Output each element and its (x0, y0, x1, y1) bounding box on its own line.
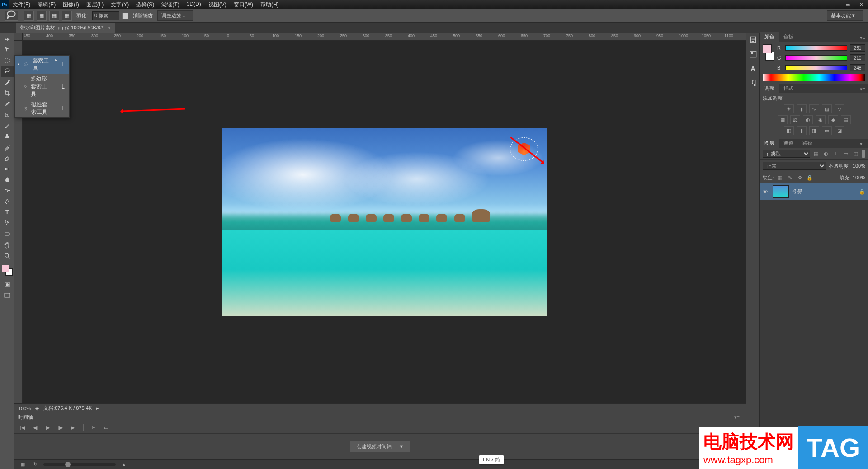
adj-curves-icon[interactable]: ∿ (809, 104, 819, 113)
panel-menu-icon[interactable]: ▾≡ (857, 85, 868, 93)
filter-shape-icon[interactable]: ▭ (842, 150, 850, 158)
status-nav-icon[interactable]: ◈ (35, 405, 39, 411)
screen-mode-tool[interactable] (1, 290, 14, 301)
filter-smart-icon[interactable]: ◫ (852, 150, 860, 158)
adj-hue-icon[interactable]: ▦ (778, 115, 788, 124)
eraser-tool[interactable] (1, 153, 14, 164)
marquee-tool[interactable] (1, 55, 14, 66)
type-tool[interactable]: T (1, 207, 14, 218)
history-brush-tool[interactable] (1, 142, 14, 153)
b-slider[interactable] (785, 65, 847, 70)
menu-view[interactable]: 视图(V) (205, 0, 230, 10)
flyout-polygonal-lasso-tool[interactable]: 多边形套索工具 L (15, 74, 69, 99)
lock-pixels-icon[interactable]: ✎ (786, 174, 794, 181)
dodge-tool[interactable] (1, 185, 14, 196)
collapse-toolbar-icon[interactable]: ▸▸ (1, 33, 14, 44)
color-swatches[interactable] (2, 265, 13, 276)
tab-adjustments[interactable]: 调整 (760, 84, 779, 93)
adj-bw-icon[interactable]: ◐ (803, 115, 813, 124)
b-value[interactable] (850, 64, 865, 71)
adj-vibrance-icon[interactable]: ▽ (835, 104, 844, 113)
timeline-zoom-slider[interactable] (43, 463, 116, 466)
adj-threshold-icon[interactable]: ◨ (809, 126, 819, 135)
move-tool[interactable] (1, 44, 14, 55)
eyedropper-tool[interactable] (1, 98, 14, 109)
adj-invert-icon[interactable]: ◧ (784, 126, 794, 135)
filter-pixel-icon[interactable]: ▦ (812, 150, 820, 158)
panel-menu-icon[interactable]: ▾≡ (731, 413, 742, 421)
adj-brightness-icon[interactable]: ☀ (784, 104, 794, 113)
mountain-icon[interactable]: ▲ (119, 460, 128, 469)
selection-subtract-icon[interactable]: ▦ (49, 11, 59, 21)
timeline-mode-icon[interactable]: ▦ (18, 460, 27, 469)
stamp-tool[interactable] (1, 131, 14, 142)
menu-help[interactable]: 帮助(H) (257, 0, 283, 10)
zoom-level[interactable]: 100% (18, 406, 31, 411)
filter-type-icon[interactable]: T (832, 150, 840, 158)
adj-gradient-map-icon[interactable]: ▭ (822, 126, 832, 135)
lock-position-icon[interactable]: ✥ (796, 174, 804, 181)
paragraph-panel-icon[interactable] (749, 79, 758, 88)
menu-edit[interactable]: 编辑(E) (34, 0, 59, 10)
prev-frame-icon[interactable]: ◀| (31, 424, 40, 432)
adj-color-lookup-icon[interactable]: ▤ (841, 115, 851, 124)
g-value[interactable] (850, 54, 865, 61)
r-value[interactable] (850, 44, 865, 52)
document-tab[interactable]: 带水印图片素材.jpg @ 100%(RGB/8#) × (16, 23, 115, 33)
adj-posterize-icon[interactable]: ▮ (797, 126, 807, 135)
adj-exposure-icon[interactable]: ▨ (822, 104, 832, 113)
menu-filter[interactable]: 滤镜(T) (158, 0, 183, 10)
panel-menu-icon[interactable]: ▾≡ (857, 140, 868, 148)
gradient-tool[interactable] (1, 164, 14, 174)
tab-channels[interactable]: 通道 (779, 138, 798, 148)
tab-swatches[interactable]: 色板 (779, 32, 798, 42)
blend-mode-select[interactable]: 正常 (763, 162, 826, 170)
menu-window[interactable]: 窗口(W) (230, 0, 257, 10)
adj-channel-mixer-icon[interactable]: ◆ (828, 115, 838, 124)
go-to-last-frame-icon[interactable]: ▶| (69, 424, 78, 432)
panel-menu-icon[interactable]: ▾≡ (857, 34, 868, 42)
tab-color[interactable]: 颜色 (760, 32, 779, 42)
close-button[interactable]: ✕ (854, 0, 868, 9)
render-icon[interactable]: ↻ (31, 460, 40, 469)
maximize-button[interactable]: ▭ (841, 0, 854, 9)
selection-intersect-icon[interactable]: ▦ (62, 11, 72, 21)
blur-tool[interactable] (1, 174, 14, 185)
minimize-button[interactable]: ─ (827, 0, 841, 9)
fill-value[interactable]: 100% (853, 175, 865, 180)
filter-toggle[interactable] (862, 150, 865, 158)
path-selection-tool[interactable] (1, 218, 14, 229)
layer-name[interactable]: 背景 (792, 188, 856, 195)
refine-edge-button[interactable]: 调整边缘... (157, 10, 193, 21)
opacity-value[interactable]: 100% (853, 163, 865, 169)
play-icon[interactable]: ▶ (43, 424, 52, 432)
tool-preset-picker[interactable] (5, 11, 18, 21)
flyout-magnetic-lasso-tool[interactable]: 磁性套索工具 L (15, 99, 69, 117)
g-slider[interactable] (785, 55, 847, 61)
go-to-first-frame-icon[interactable]: |◀ (18, 424, 27, 432)
healing-tool[interactable] (1, 109, 14, 120)
menu-file[interactable]: 文件(F) (9, 0, 34, 10)
shape-tool[interactable] (1, 229, 14, 239)
lasso-tool[interactable] (1, 66, 14, 77)
magic-wand-tool[interactable] (1, 77, 14, 88)
next-frame-icon[interactable]: |▶ (56, 424, 65, 432)
hand-tool[interactable] (1, 239, 14, 250)
doc-size[interactable]: 文档:875.4 K / 875.4K (43, 405, 92, 412)
status-chevron-icon[interactable]: ▸ (96, 405, 99, 411)
foreground-color[interactable] (2, 265, 9, 272)
layer-filter-kind[interactable]: ρ 类型 (763, 150, 810, 158)
layer-thumbnail[interactable] (773, 185, 789, 198)
quick-mask-tool[interactable] (1, 279, 14, 290)
layer-row[interactable]: 👁 背景 🔒 (760, 183, 868, 200)
lock-all-icon[interactable]: 🔒 (806, 174, 814, 181)
crop-tool[interactable] (1, 88, 14, 98)
menu-3d[interactable]: 3D(D) (183, 0, 205, 10)
menu-layer[interactable]: 图层(L) (83, 0, 108, 10)
history-panel-icon[interactable] (749, 35, 758, 44)
antialias-checkbox[interactable]: ✓ (122, 13, 128, 19)
type-panel-icon[interactable]: A (749, 64, 758, 73)
settings-icon[interactable]: ▭ (102, 424, 111, 432)
spectrum-bar[interactable] (763, 74, 865, 81)
visibility-icon[interactable]: 👁 (763, 189, 770, 194)
